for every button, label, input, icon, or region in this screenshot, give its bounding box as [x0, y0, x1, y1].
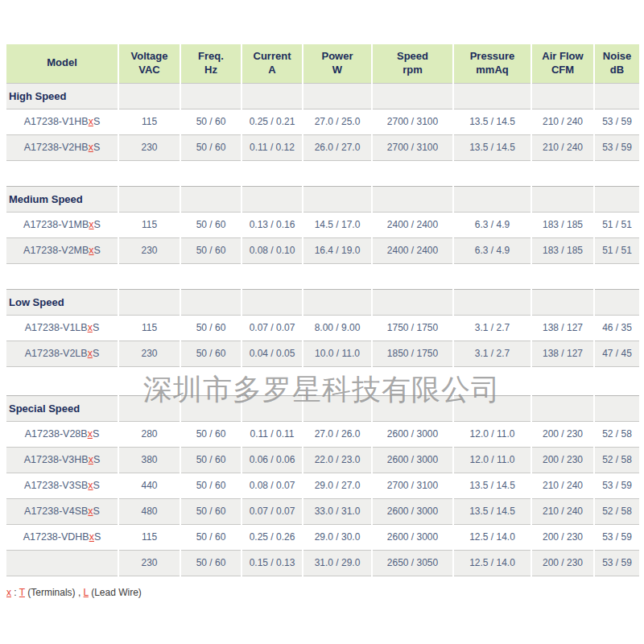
value-cell: 230 — [118, 341, 180, 366]
table-row: A17238-V3HBxS38050 / 600.06 / 0.0622.0 /… — [6, 447, 639, 473]
value-cell: 31.0 / 29.0 — [303, 550, 372, 576]
value-cell: 53 / 59 — [594, 134, 639, 160]
value-cell: 10.0 / 11.0 — [303, 341, 372, 366]
column-unit: dB — [597, 64, 638, 77]
column-unit: W — [305, 64, 369, 77]
table-row: A17238-V2HBxS23050 / 600.11 / 0.1226.0 /… — [6, 134, 639, 160]
section-empty-cell — [453, 186, 531, 212]
column-header-frequency: Freq. Hz — [180, 44, 242, 83]
section-empty-cell — [453, 395, 531, 421]
value-cell: 50 / 60 — [180, 550, 242, 576]
value-cell: 50 / 60 — [180, 237, 242, 263]
column-unit: VAC — [121, 64, 178, 77]
value-cell: 50 / 60 — [180, 109, 242, 134]
table-row: 23050 / 600.15 / 0.1331.0 / 29.02650 / 3… — [6, 550, 639, 576]
model-prefix: A17238-V2HB — [24, 142, 89, 153]
column-header-model: Model — [6, 44, 118, 83]
value-cell: 1850 / 1750 — [372, 341, 453, 366]
value-cell: 0.06 / 0.06 — [242, 447, 303, 473]
value-cell: 53 / 59 — [594, 524, 639, 550]
model-cell: A17238-V3HBxS — [6, 447, 118, 473]
value-cell: 50 / 60 — [180, 341, 242, 366]
table-row: A17238-V1MBxS11550 / 600.13 / 0.1614.5 /… — [6, 212, 639, 237]
value-cell: 50 / 60 — [180, 524, 242, 550]
spacer-row — [6, 366, 639, 395]
column-label: Freq. — [183, 50, 239, 64]
value-cell: 138 / 127 — [531, 341, 594, 366]
value-cell: 183 / 185 — [531, 212, 594, 237]
value-cell: 22.0 / 23.0 — [303, 447, 372, 473]
section-empty-cell — [242, 186, 303, 212]
header-row: Model Voltage VAC Freq. Hz Current A Pow… — [6, 44, 639, 83]
model-suffix: S — [93, 348, 99, 359]
value-cell: 13.5 / 14.5 — [453, 134, 531, 160]
value-cell: 51 / 51 — [594, 212, 639, 237]
section-empty-cell — [531, 289, 594, 315]
model-prefix: A17238-V1MB — [23, 219, 89, 230]
column-label: Air Flow — [534, 50, 592, 64]
model-prefix: A17238-V3SB — [24, 480, 88, 491]
column-header-speed: Speed rpm — [372, 44, 453, 83]
value-cell: 0.07 / 0.07 — [242, 315, 303, 341]
value-cell: 50 / 60 — [180, 315, 242, 341]
column-header-noise: Noise dB — [594, 44, 639, 83]
value-cell: 27.0 / 26.0 — [303, 421, 372, 447]
value-cell: 230 — [118, 550, 180, 576]
table-row: A17238-V2LBxS23050 / 600.04 / 0.0510.0 /… — [6, 341, 639, 366]
value-cell: 33.0 / 31.0 — [303, 498, 372, 524]
section-row: Special Speed — [6, 395, 639, 421]
section-row: High Speed — [6, 83, 639, 109]
value-cell: 2700 / 3100 — [372, 473, 453, 498]
section-row: Medium Speed — [6, 186, 639, 212]
model-cell: A17238-V4SBxS — [6, 498, 118, 524]
column-unit: CFM — [534, 64, 592, 77]
terminals-leadwire-footnote: x : T (Terminals) , L (Lead Wire) — [6, 587, 142, 598]
value-cell: 230 — [118, 237, 180, 263]
value-cell: 138 / 127 — [531, 315, 594, 341]
value-cell: 2400 / 2400 — [372, 212, 453, 237]
model-cell: A17238-V2LBxS — [6, 341, 118, 366]
footnote-leadwire-text: (Lead Wire) — [89, 587, 142, 598]
section-empty-cell — [118, 83, 180, 109]
value-cell: 2400 / 2400 — [372, 237, 453, 263]
value-cell: 0.04 / 0.05 — [242, 341, 303, 366]
spec-table-body: High SpeedA17238-V1HBxS11550 / 600.25 / … — [6, 83, 639, 576]
footnote-t-symbol: T — [19, 587, 25, 598]
spacer-cell — [6, 160, 639, 186]
value-cell: 440 — [118, 473, 180, 498]
value-cell: 0.11 / 0.12 — [242, 134, 303, 160]
section-empty-cell — [594, 186, 639, 212]
value-cell: 53 / 59 — [594, 550, 639, 576]
model-cell: A17238-V1MBxS — [6, 212, 118, 237]
value-cell: 115 — [118, 109, 180, 134]
model-cell: A17238-VDHBxS — [6, 524, 118, 550]
column-unit: A — [244, 64, 300, 77]
value-cell: 380 — [118, 447, 180, 473]
model-prefix: A17238-V1HB — [24, 116, 89, 127]
value-cell: 115 — [118, 524, 180, 550]
value-cell: 210 / 240 — [531, 473, 594, 498]
model-cell: A17238-V2HBxS — [6, 134, 118, 160]
column-label: Pressure — [456, 50, 529, 64]
value-cell: 46 / 35 — [594, 315, 639, 341]
value-cell: 51 / 51 — [594, 237, 639, 263]
value-cell: 50 / 60 — [180, 447, 242, 473]
value-cell: 50 / 60 — [180, 212, 242, 237]
model-cell: A17238-V1HBxS — [6, 109, 118, 134]
value-cell: 115 — [118, 315, 180, 341]
section-title: High Speed — [6, 83, 118, 109]
section-empty-cell — [303, 83, 372, 109]
section-empty-cell — [242, 83, 303, 109]
spacer-row — [6, 160, 639, 186]
footnote-terminals-text: (Terminals) , — [25, 587, 84, 598]
section-empty-cell — [180, 395, 242, 421]
model-cell: A17238-V2MBxS — [6, 237, 118, 263]
value-cell: 280 — [118, 421, 180, 447]
value-cell: 0.07 / 0.07 — [242, 498, 303, 524]
table-row: A17238-V28BxS28050 / 600.11 / 0.1127.0 /… — [6, 421, 639, 447]
column-label: Model — [8, 56, 116, 70]
value-cell: 3.1 / 2.7 — [453, 315, 531, 341]
value-cell: 52 / 58 — [594, 447, 639, 473]
value-cell: 230 — [118, 134, 180, 160]
value-cell: 26.0 / 27.0 — [303, 134, 372, 160]
